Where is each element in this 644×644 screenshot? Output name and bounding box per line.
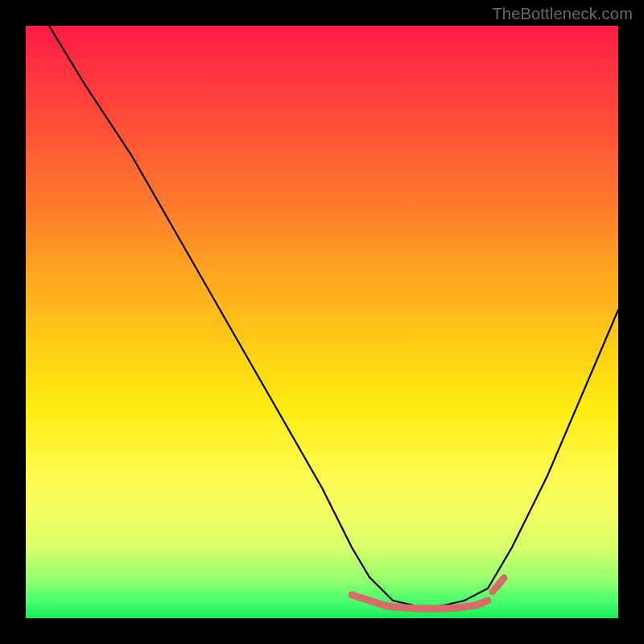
watermark-text: TheBottleneck.com (492, 5, 633, 23)
bottom-mark (493, 578, 504, 592)
chart-frame: TheBottleneck.com (0, 0, 644, 644)
main-curve (49, 26, 618, 606)
bottom-mark (476, 601, 488, 605)
plot-area (26, 26, 618, 618)
chart-svg (26, 26, 618, 618)
